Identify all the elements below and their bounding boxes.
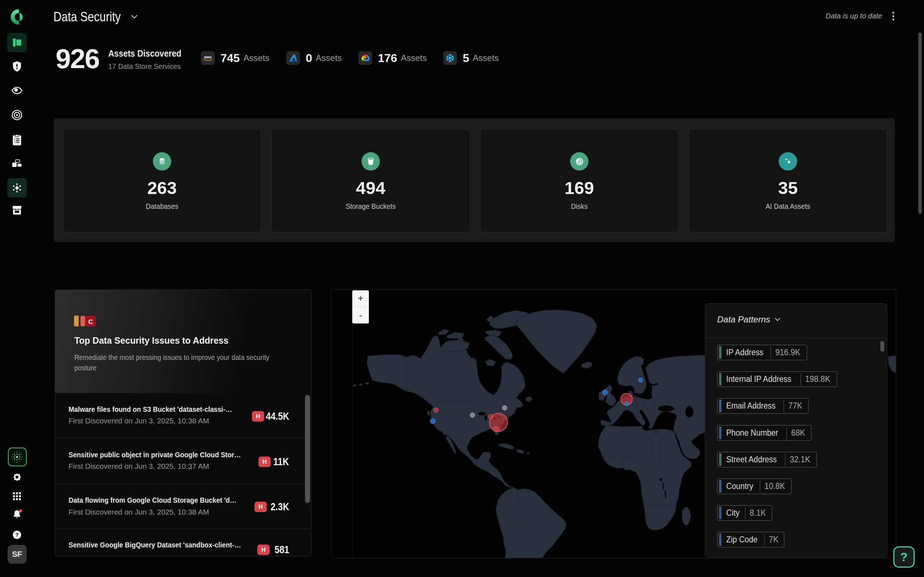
svg-text:?: ? xyxy=(15,532,18,538)
svg-text:C: C xyxy=(89,318,93,325)
svg-text:aws: aws xyxy=(204,55,212,59)
